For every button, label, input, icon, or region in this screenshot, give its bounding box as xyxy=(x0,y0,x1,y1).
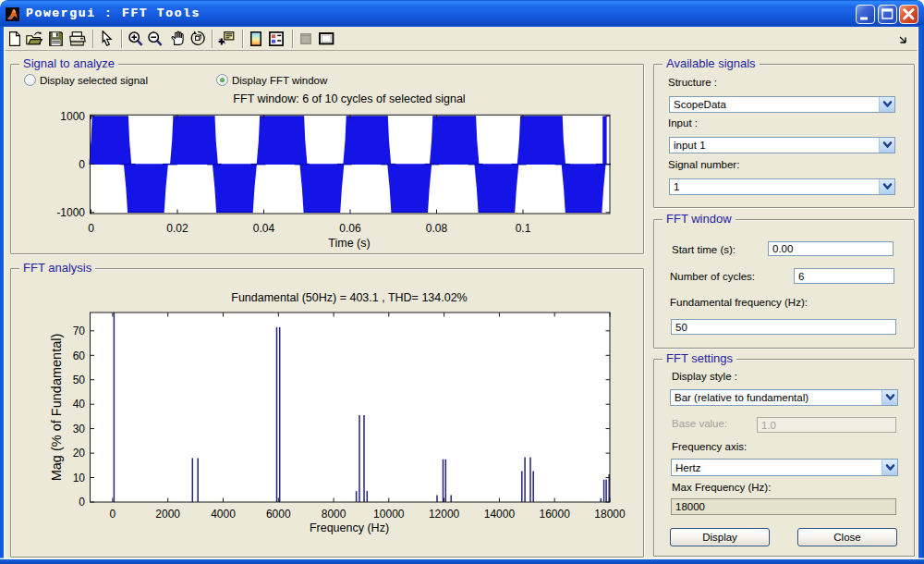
svg-text:40: 40 xyxy=(73,398,86,411)
svg-text:0.04: 0.04 xyxy=(253,222,275,235)
svg-text:1000: 1000 xyxy=(60,110,85,123)
svg-text:0: 0 xyxy=(88,222,94,235)
svg-text:0.06: 0.06 xyxy=(339,222,361,235)
svg-text:0.1: 0.1 xyxy=(516,222,531,235)
svg-text:0: 0 xyxy=(79,158,85,171)
svg-text:12000: 12000 xyxy=(429,508,460,521)
svg-text:Mag (% of Fundamental): Mag (% of Fundamental) xyxy=(49,334,64,482)
svg-text:Frequency (Hz): Frequency (Hz) xyxy=(310,521,389,534)
svg-text:8000: 8000 xyxy=(322,508,346,521)
svg-text:0.02: 0.02 xyxy=(166,222,188,235)
svg-text:60: 60 xyxy=(73,349,86,362)
svg-text:20: 20 xyxy=(73,447,86,460)
svg-text:16000: 16000 xyxy=(540,508,571,521)
svg-text:Fundamental (50Hz) = 403.1 , T: Fundamental (50Hz) = 403.1 , THD= 134.02… xyxy=(231,291,467,304)
svg-text:2000: 2000 xyxy=(155,508,180,521)
svg-text:10000: 10000 xyxy=(373,508,405,521)
svg-text:50: 50 xyxy=(73,374,86,386)
svg-text:0: 0 xyxy=(110,508,116,521)
svg-text:-1000: -1000 xyxy=(56,206,85,219)
svg-text:18000: 18000 xyxy=(594,508,626,521)
svg-text:FFT window: 6 of 10 cycles of: FFT window: 6 of 10 cycles of selected s… xyxy=(233,92,465,105)
svg-text:0: 0 xyxy=(79,496,85,509)
svg-text:4000: 4000 xyxy=(211,508,236,521)
svg-text:10: 10 xyxy=(73,472,86,484)
svg-text:0.08: 0.08 xyxy=(426,222,448,235)
svg-text:30: 30 xyxy=(73,423,86,435)
svg-text:6000: 6000 xyxy=(266,508,291,521)
svg-text:Time (s): Time (s) xyxy=(328,237,370,250)
svg-text:14000: 14000 xyxy=(484,508,516,521)
svg-text:70: 70 xyxy=(73,325,86,337)
